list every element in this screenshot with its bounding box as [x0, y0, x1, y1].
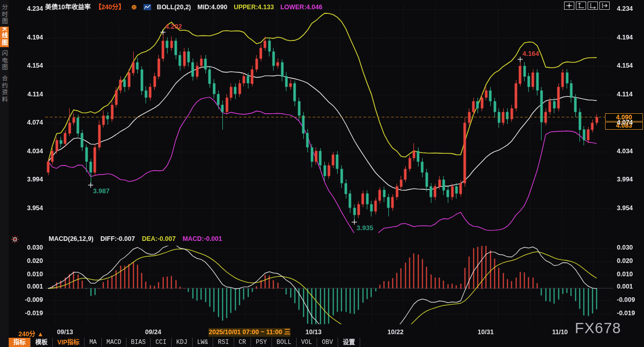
- mini-chart-icon[interactable]: [143, 4, 151, 12]
- axis-tick-label: 3.954: [0, 205, 43, 212]
- toolbar-item-8[interactable]: KDJ: [172, 338, 193, 347]
- axis-tick-label: 0.010: [617, 271, 644, 278]
- time-axis-label: 10/13: [305, 329, 321, 336]
- axis-tick-label: 0.020: [0, 257, 43, 264]
- axis-tick-label: 0.020: [617, 257, 644, 264]
- toolbar-item-15[interactable]: OBV: [317, 338, 338, 347]
- axis-tick-label: -0.009: [617, 296, 644, 303]
- toolbar-item-9[interactable]: LW&: [193, 338, 214, 347]
- time-axis-label: 10/22: [387, 329, 403, 336]
- scale-right-axis-button[interactable]: [588, 2, 598, 10]
- time-axis-label: 10/31: [477, 329, 493, 336]
- low-price-annotation: 3.987: [93, 187, 110, 195]
- axis-tick-label: 4.194: [0, 34, 43, 41]
- toolbar-item-11[interactable]: CR: [234, 338, 251, 347]
- chart-header: 美债10年收益率 【240分】 ⊕ BOLL(20,2) MID:4.090 U…: [45, 2, 327, 10]
- macd-macd-value: MACD:-0.001: [182, 235, 222, 242]
- time-axis-label: 09/24: [145, 329, 161, 336]
- period-tag[interactable]: 【240分】: [95, 4, 124, 11]
- high-price-annotation: 4.202: [165, 23, 182, 30]
- axis-tick-label: 0.001: [0, 283, 43, 290]
- axis-tick-label: 4.074: [617, 119, 644, 126]
- macd-header: MACD(26,12,9) DIFF:-0.007 DEA:-0.007 MAC…: [49, 235, 227, 242]
- boll-mid-value: MID:4.090: [197, 4, 227, 11]
- period-selector[interactable]: 240分 ▲: [18, 329, 44, 338]
- pan-right-button[interactable]: [599, 2, 610, 10]
- axis-tick-label: 4.234: [617, 5, 644, 12]
- axis-tick-label: 4.194: [617, 34, 644, 41]
- axis-tick-label: 4.114: [0, 91, 43, 98]
- axis-tick-label: -0.019: [617, 310, 644, 317]
- high-price-annotation: 4.164: [523, 50, 539, 57]
- toolbar-item-3[interactable]: VIP指标: [53, 338, 85, 347]
- time-axis-label: 11/10: [552, 329, 568, 336]
- toolbar-item-7[interactable]: CCI: [151, 338, 172, 347]
- move-crosshair-button[interactable]: [564, 2, 574, 10]
- axis-tick-label: 3.954: [617, 205, 644, 212]
- trading-app: 分时图K线图闪电图合约资料 美债10年收益率 【240分】 ⊕ BOLL(20,…: [0, 0, 644, 347]
- boll-lower-value: LOWER:4.046: [280, 4, 322, 11]
- add-indicator-icon[interactable]: ⊕: [131, 3, 137, 11]
- toolbar-item-2[interactable]: 模板: [31, 338, 53, 347]
- toolbar-item-16[interactable]: 设置: [338, 338, 360, 347]
- toolbar-item-6[interactable]: BIAS: [127, 338, 151, 347]
- scale-left-axis-button[interactable]: [576, 2, 586, 10]
- axis-tick-label: 4.234: [0, 5, 43, 12]
- kline-macd-canvas: [0, 0, 644, 347]
- selected-bar-time-range: 2025/10/01 07:00 ~ 11:00 三: [209, 328, 290, 337]
- axis-tick-label: 4.034: [0, 148, 43, 155]
- toolbar-item-14[interactable]: VOL: [297, 338, 318, 347]
- axis-tick-label: 4.154: [0, 62, 43, 69]
- fx678-watermark: FX678: [575, 320, 621, 337]
- toolbar-item-10[interactable]: RSI: [213, 338, 234, 347]
- time-axis-label: 09/13: [57, 329, 73, 336]
- axis-tick-label: 0.030: [617, 244, 644, 251]
- macd-label: MACD(26,12,9): [49, 235, 94, 242]
- axis-tick-label: 4.034: [617, 148, 644, 155]
- toolbar-item-4[interactable]: MA: [85, 338, 101, 347]
- axis-tick-label: 0.001: [617, 283, 644, 290]
- boll-upper-value: UPPER:4.133: [234, 4, 274, 11]
- boll-label: BOLL(20,2): [157, 4, 191, 11]
- axis-tick-label: 0.030: [0, 244, 43, 251]
- instrument-title: 美债10年收益率: [45, 4, 91, 11]
- toolbar-item-5[interactable]: MACD: [102, 338, 127, 347]
- axis-tick-label: 3.994: [617, 176, 644, 183]
- axis-tick-label: 4.074: [0, 119, 43, 126]
- axis-tick-label: -0.009: [0, 296, 43, 303]
- axis-tick-label: 0.010: [0, 271, 43, 278]
- axis-tick-label: 3.994: [0, 176, 43, 183]
- axis-tick-label: -0.019: [0, 310, 43, 317]
- sidebar-tab-4[interactable]: 合约资料: [0, 74, 9, 105]
- low-price-annotation: 3.935: [357, 224, 373, 232]
- toolbar-item-12[interactable]: PSY: [251, 338, 272, 347]
- toolbar-item-13[interactable]: BOLL: [272, 338, 297, 347]
- axis-tick-label: 4.154: [617, 62, 644, 69]
- chart-tools: [564, 2, 610, 10]
- indicator-toolbar: 指标模板VIP指标MAMACDBIASCCIKDJLW&RSICRPSYBOLL…: [9, 338, 360, 347]
- macd-dea-value: DEA:-0.007: [142, 235, 176, 242]
- macd-diff-value: DIFF:-0.007: [100, 235, 135, 242]
- left-sidebar: 分时图K线图闪电图合约资料: [0, 0, 9, 347]
- axis-tick-label: 4.114: [617, 91, 644, 98]
- toolbar-item-1[interactable]: 指标: [9, 338, 31, 347]
